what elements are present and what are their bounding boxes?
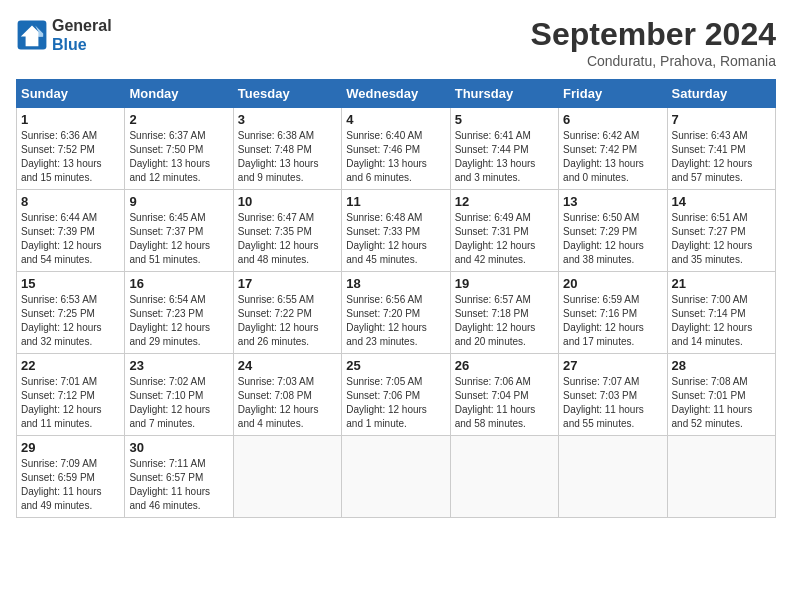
day-detail: Sunrise: 7:03 AMSunset: 7:08 PMDaylight:… [238, 375, 337, 431]
calendar-cell: 10Sunrise: 6:47 AMSunset: 7:35 PMDayligh… [233, 190, 341, 272]
day-number: 1 [21, 112, 120, 127]
calendar-cell: 11Sunrise: 6:48 AMSunset: 7:33 PMDayligh… [342, 190, 450, 272]
weekday-header-row: SundayMondayTuesdayWednesdayThursdayFrid… [17, 80, 776, 108]
calendar-cell: 12Sunrise: 6:49 AMSunset: 7:31 PMDayligh… [450, 190, 558, 272]
calendar-cell: 14Sunrise: 6:51 AMSunset: 7:27 PMDayligh… [667, 190, 775, 272]
day-detail: Sunrise: 7:11 AMSunset: 6:57 PMDaylight:… [129, 457, 228, 513]
day-detail: Sunrise: 6:47 AMSunset: 7:35 PMDaylight:… [238, 211, 337, 267]
day-detail: Sunrise: 6:49 AMSunset: 7:31 PMDaylight:… [455, 211, 554, 267]
calendar-cell: 22Sunrise: 7:01 AMSunset: 7:12 PMDayligh… [17, 354, 125, 436]
day-number: 25 [346, 358, 445, 373]
day-detail: Sunrise: 7:00 AMSunset: 7:14 PMDaylight:… [672, 293, 771, 349]
day-detail: Sunrise: 7:07 AMSunset: 7:03 PMDaylight:… [563, 375, 662, 431]
logo-text-line1: General [52, 16, 112, 35]
day-detail: Sunrise: 6:44 AMSunset: 7:39 PMDaylight:… [21, 211, 120, 267]
calendar-cell: 6Sunrise: 6:42 AMSunset: 7:42 PMDaylight… [559, 108, 667, 190]
day-detail: Sunrise: 6:43 AMSunset: 7:41 PMDaylight:… [672, 129, 771, 185]
day-number: 21 [672, 276, 771, 291]
calendar-week-row: 8Sunrise: 6:44 AMSunset: 7:39 PMDaylight… [17, 190, 776, 272]
day-number: 19 [455, 276, 554, 291]
day-number: 11 [346, 194, 445, 209]
logo-icon [16, 19, 48, 51]
calendar-cell: 3Sunrise: 6:38 AMSunset: 7:48 PMDaylight… [233, 108, 341, 190]
weekday-header-friday: Friday [559, 80, 667, 108]
calendar-cell: 20Sunrise: 6:59 AMSunset: 7:16 PMDayligh… [559, 272, 667, 354]
day-number: 27 [563, 358, 662, 373]
day-number: 15 [21, 276, 120, 291]
calendar-cell: 30Sunrise: 7:11 AMSunset: 6:57 PMDayligh… [125, 436, 233, 518]
weekday-header-sunday: Sunday [17, 80, 125, 108]
day-number: 4 [346, 112, 445, 127]
calendar-cell: 5Sunrise: 6:41 AMSunset: 7:44 PMDaylight… [450, 108, 558, 190]
day-detail: Sunrise: 6:54 AMSunset: 7:23 PMDaylight:… [129, 293, 228, 349]
calendar-week-row: 15Sunrise: 6:53 AMSunset: 7:25 PMDayligh… [17, 272, 776, 354]
day-number: 30 [129, 440, 228, 455]
day-detail: Sunrise: 6:42 AMSunset: 7:42 PMDaylight:… [563, 129, 662, 185]
day-detail: Sunrise: 7:05 AMSunset: 7:06 PMDaylight:… [346, 375, 445, 431]
day-number: 2 [129, 112, 228, 127]
calendar-cell: 21Sunrise: 7:00 AMSunset: 7:14 PMDayligh… [667, 272, 775, 354]
calendar-cell: 8Sunrise: 6:44 AMSunset: 7:39 PMDaylight… [17, 190, 125, 272]
calendar-cell: 4Sunrise: 6:40 AMSunset: 7:46 PMDaylight… [342, 108, 450, 190]
day-number: 3 [238, 112, 337, 127]
day-number: 17 [238, 276, 337, 291]
calendar-cell: 9Sunrise: 6:45 AMSunset: 7:37 PMDaylight… [125, 190, 233, 272]
calendar-cell [450, 436, 558, 518]
calendar-cell [233, 436, 341, 518]
day-number: 26 [455, 358, 554, 373]
logo: General Blue [16, 16, 112, 54]
day-detail: Sunrise: 6:50 AMSunset: 7:29 PMDaylight:… [563, 211, 662, 267]
month-year-title: September 2024 [531, 16, 776, 53]
calendar-table: SundayMondayTuesdayWednesdayThursdayFrid… [16, 79, 776, 518]
day-number: 29 [21, 440, 120, 455]
calendar-cell: 29Sunrise: 7:09 AMSunset: 6:59 PMDayligh… [17, 436, 125, 518]
day-detail: Sunrise: 6:38 AMSunset: 7:48 PMDaylight:… [238, 129, 337, 185]
day-detail: Sunrise: 7:06 AMSunset: 7:04 PMDaylight:… [455, 375, 554, 431]
calendar-cell: 17Sunrise: 6:55 AMSunset: 7:22 PMDayligh… [233, 272, 341, 354]
calendar-cell [667, 436, 775, 518]
calendar-week-row: 29Sunrise: 7:09 AMSunset: 6:59 PMDayligh… [17, 436, 776, 518]
day-number: 12 [455, 194, 554, 209]
weekday-header-monday: Monday [125, 80, 233, 108]
day-detail: Sunrise: 7:01 AMSunset: 7:12 PMDaylight:… [21, 375, 120, 431]
day-number: 7 [672, 112, 771, 127]
day-detail: Sunrise: 6:59 AMSunset: 7:16 PMDaylight:… [563, 293, 662, 349]
day-detail: Sunrise: 6:40 AMSunset: 7:46 PMDaylight:… [346, 129, 445, 185]
day-number: 13 [563, 194, 662, 209]
calendar-cell [342, 436, 450, 518]
calendar-cell: 25Sunrise: 7:05 AMSunset: 7:06 PMDayligh… [342, 354, 450, 436]
day-detail: Sunrise: 6:56 AMSunset: 7:20 PMDaylight:… [346, 293, 445, 349]
calendar-cell: 28Sunrise: 7:08 AMSunset: 7:01 PMDayligh… [667, 354, 775, 436]
weekday-header-wednesday: Wednesday [342, 80, 450, 108]
day-number: 28 [672, 358, 771, 373]
calendar-cell: 16Sunrise: 6:54 AMSunset: 7:23 PMDayligh… [125, 272, 233, 354]
day-detail: Sunrise: 6:53 AMSunset: 7:25 PMDaylight:… [21, 293, 120, 349]
calendar-cell: 26Sunrise: 7:06 AMSunset: 7:04 PMDayligh… [450, 354, 558, 436]
day-number: 20 [563, 276, 662, 291]
calendar-cell: 18Sunrise: 6:56 AMSunset: 7:20 PMDayligh… [342, 272, 450, 354]
calendar-week-row: 1Sunrise: 6:36 AMSunset: 7:52 PMDaylight… [17, 108, 776, 190]
weekday-header-thursday: Thursday [450, 80, 558, 108]
day-number: 16 [129, 276, 228, 291]
day-number: 23 [129, 358, 228, 373]
day-detail: Sunrise: 6:51 AMSunset: 7:27 PMDaylight:… [672, 211, 771, 267]
day-number: 18 [346, 276, 445, 291]
day-number: 22 [21, 358, 120, 373]
calendar-cell: 13Sunrise: 6:50 AMSunset: 7:29 PMDayligh… [559, 190, 667, 272]
day-detail: Sunrise: 6:57 AMSunset: 7:18 PMDaylight:… [455, 293, 554, 349]
day-number: 6 [563, 112, 662, 127]
day-detail: Sunrise: 6:45 AMSunset: 7:37 PMDaylight:… [129, 211, 228, 267]
day-number: 9 [129, 194, 228, 209]
day-number: 14 [672, 194, 771, 209]
day-detail: Sunrise: 7:09 AMSunset: 6:59 PMDaylight:… [21, 457, 120, 513]
calendar-cell: 24Sunrise: 7:03 AMSunset: 7:08 PMDayligh… [233, 354, 341, 436]
day-detail: Sunrise: 6:37 AMSunset: 7:50 PMDaylight:… [129, 129, 228, 185]
day-detail: Sunrise: 6:55 AMSunset: 7:22 PMDaylight:… [238, 293, 337, 349]
day-detail: Sunrise: 7:02 AMSunset: 7:10 PMDaylight:… [129, 375, 228, 431]
calendar-week-row: 22Sunrise: 7:01 AMSunset: 7:12 PMDayligh… [17, 354, 776, 436]
weekday-header-tuesday: Tuesday [233, 80, 341, 108]
calendar-cell: 23Sunrise: 7:02 AMSunset: 7:10 PMDayligh… [125, 354, 233, 436]
day-number: 5 [455, 112, 554, 127]
calendar-cell: 2Sunrise: 6:37 AMSunset: 7:50 PMDaylight… [125, 108, 233, 190]
title-area: September 2024 Conduratu, Prahova, Roman… [531, 16, 776, 69]
